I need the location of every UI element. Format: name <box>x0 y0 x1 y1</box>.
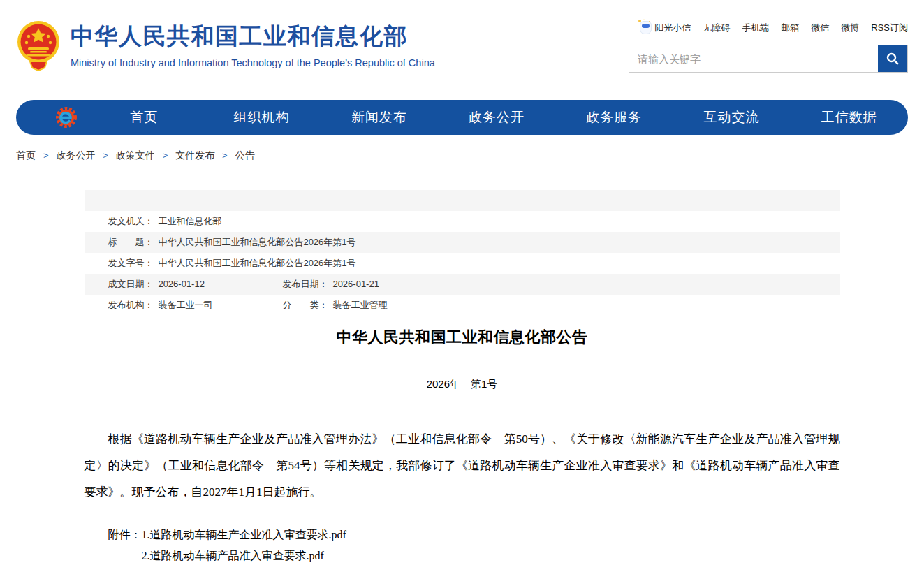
miit-gear-e-icon <box>54 105 85 130</box>
search-input[interactable] <box>629 45 907 72</box>
breadcrumb: 首页 > 政务公开 > 政策文件 > 文件发布 > 公告 <box>16 149 908 162</box>
search-button[interactable] <box>878 45 907 72</box>
breadcrumb-separator: > <box>43 150 49 161</box>
document-meta-table: 发文机关：工业和信息化部 标 题：中华人民共和国工业和信息化部公告2026年第1… <box>85 190 840 295</box>
nav-item-home[interactable]: 首页 <box>85 108 203 126</box>
crumb-announcement-current: 公告 <box>235 149 255 161</box>
crumb-policy-documents[interactable]: 政策文件 <box>116 149 155 161</box>
nav-item-news[interactable]: 新闻发布 <box>321 108 438 126</box>
meta-row-title: 标 题：中华人民共和国工业和信息化部公告2026年第1号 <box>85 211 840 232</box>
meta-row-document-number: 发文字号：中华人民共和国工业和信息化部公告2026年第1号 <box>85 232 840 253</box>
meta-row-publisher-category: 发布机构：装备工业一司 分 类：装备工业管理 <box>85 274 840 295</box>
link-rss[interactable]: RSS订阅 <box>871 22 908 34</box>
breadcrumb-separator: > <box>163 150 168 161</box>
robot-mascot-icon <box>640 21 652 34</box>
article-content: 发文机关：工业和信息化部 标 题：中华人民共和国工业和信息化部公告2026年第1… <box>85 190 840 566</box>
search-box <box>629 45 908 73</box>
link-wechat[interactable]: 微信 <box>811 22 829 34</box>
nav-item-gov-services[interactable]: 政务服务 <box>555 108 673 126</box>
meta-label: 分 类： <box>282 300 328 310</box>
nav-item-interaction[interactable]: 互动交流 <box>673 108 790 126</box>
crumb-document-release[interactable]: 文件发布 <box>175 149 214 161</box>
crumb-gov-disclosure[interactable]: 政务公开 <box>56 149 95 161</box>
attachments-label: 附件： <box>108 525 142 566</box>
site-header: 中华人民共和国工业和信息化部 Ministry of Industry and … <box>16 0 908 98</box>
attachment-pdf-link-1[interactable]: 1.道路机动车辆生产企业准入审查要求.pdf <box>142 525 346 545</box>
site-title: 中华人民共和国工业和信息化部 <box>71 21 435 52</box>
meta-label: 发布机构： <box>108 300 153 310</box>
utility-links: 阳光小信 无障碍 手机端 邮箱 微信 微博 RSS订阅 <box>629 21 908 34</box>
announcement-title: 中华人民共和国工业和信息化部公告 <box>85 327 840 348</box>
breadcrumb-separator: > <box>222 150 228 161</box>
meta-row-dates: 成文日期：2026-01-12 发布日期：2026-01-21 <box>85 253 840 274</box>
site-brand: 中华人民共和国工业和信息化部 Ministry of Industry and … <box>16 18 435 71</box>
attachments-block: 附件： 1.道路机动车辆生产企业准入审查要求.pdf 2.道路机动车辆产品准入审… <box>108 525 840 566</box>
announcement-issue-number: 2026年 第1号 <box>85 378 840 391</box>
nav-item-miit-data[interactable]: 工信数据 <box>791 108 908 126</box>
nav-item-gov-disclosure[interactable]: 政务公开 <box>438 108 555 126</box>
link-accessibility[interactable]: 无障碍 <box>703 22 730 34</box>
nav-item-organization[interactable]: 组织机构 <box>203 108 320 126</box>
link-sunshine[interactable]: 阳光小信 <box>654 22 691 34</box>
sunshine-assistant-link[interactable]: 阳光小信 <box>640 21 691 34</box>
link-mail[interactable]: 邮箱 <box>781 22 799 34</box>
link-mobile[interactable]: 手机端 <box>742 22 769 34</box>
search-icon <box>886 52 900 66</box>
meta-row-issuing-authority: 发文机关：工业和信息化部 <box>85 190 840 211</box>
crumb-home[interactable]: 首页 <box>16 149 36 161</box>
site-subtitle: Ministry of Industry and Information Tec… <box>71 57 435 68</box>
main-nav: 首页 组织机构 新闻发布 政务公开 政务服务 互动交流 工信数据 <box>16 100 908 135</box>
breadcrumb-separator: > <box>103 150 108 161</box>
attachment-pdf-link-2[interactable]: 2.道路机动车辆产品准入审查要求.pdf <box>142 545 346 566</box>
meta-value: 装备工业管理 <box>332 300 387 310</box>
meta-value: 装备工业一司 <box>158 300 212 310</box>
national-emblem-logo <box>16 18 61 71</box>
announcement-body-paragraph: 根据《道路机动车辆生产企业及产品准入管理办法》（工业和信息化部令 第50号）、《… <box>85 426 840 506</box>
link-weibo[interactable]: 微博 <box>841 22 859 34</box>
